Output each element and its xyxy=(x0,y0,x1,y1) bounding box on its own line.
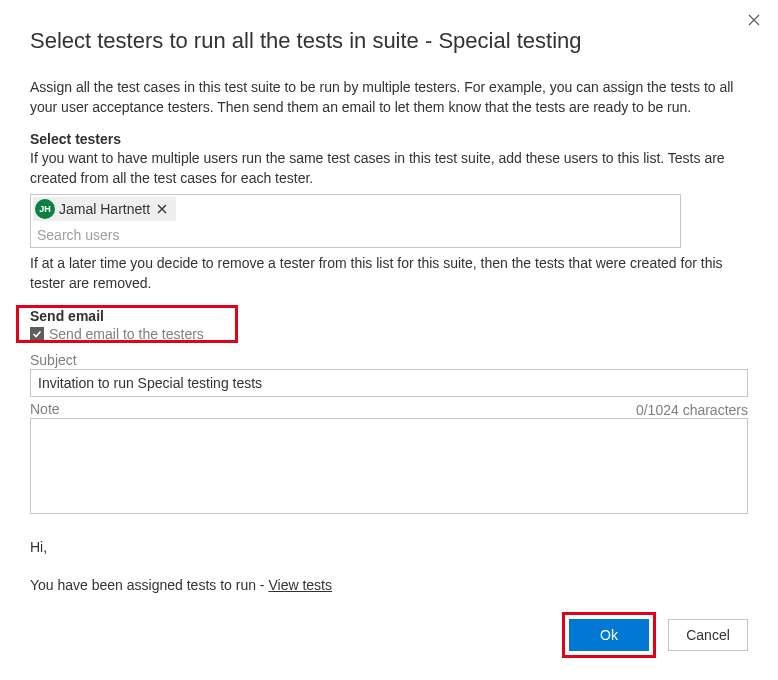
cancel-button[interactable]: Cancel xyxy=(668,619,748,651)
tester-chip-row: JH Jamal Hartnett xyxy=(31,195,680,223)
note-textarea[interactable] xyxy=(30,418,748,514)
preview-greeting: Hi, xyxy=(30,539,748,555)
ok-button[interactable]: Ok xyxy=(569,619,649,651)
send-email-checkbox-label: Send email to the testers xyxy=(49,326,204,342)
remove-icon xyxy=(157,204,167,214)
subject-label: Subject xyxy=(30,352,748,368)
send-email-label: Send email xyxy=(30,308,748,324)
tester-remove-note: If at a later time you decide to remove … xyxy=(30,254,748,293)
close-icon xyxy=(748,14,760,26)
select-testers-help: If you want to have multiple users run t… xyxy=(30,149,748,188)
tester-chip-name: Jamal Hartnett xyxy=(59,201,150,217)
dialog-container: Select testers to run all the tests in s… xyxy=(0,0,778,680)
check-icon xyxy=(32,329,42,339)
remove-tester-button[interactable] xyxy=(154,201,170,217)
send-email-checkbox[interactable] xyxy=(30,327,44,341)
highlight-ok-button: Ok xyxy=(562,612,656,658)
dialog-buttons: Ok Cancel xyxy=(562,612,748,658)
view-tests-link[interactable]: View tests xyxy=(268,577,332,593)
select-testers-label: Select testers xyxy=(30,131,748,147)
dialog-intro: Assign all the test cases in this test s… xyxy=(30,78,748,117)
subject-input[interactable] xyxy=(30,369,748,397)
dialog-title: Select testers to run all the tests in s… xyxy=(30,28,748,54)
note-label: Note xyxy=(30,401,60,417)
preview-body-line: You have been assigned tests to run - Vi… xyxy=(30,577,748,593)
preview-body: You have been assigned tests to run - xyxy=(30,577,268,593)
email-preview: Hi, You have been assigned tests to run … xyxy=(30,539,748,593)
note-char-count: 0/1024 characters xyxy=(636,402,748,418)
tester-picker[interactable]: JH Jamal Hartnett xyxy=(30,194,681,248)
tester-chip: JH Jamal Hartnett xyxy=(33,197,176,221)
search-users-input[interactable] xyxy=(31,223,680,247)
close-button[interactable] xyxy=(744,10,764,30)
avatar: JH xyxy=(35,199,55,219)
